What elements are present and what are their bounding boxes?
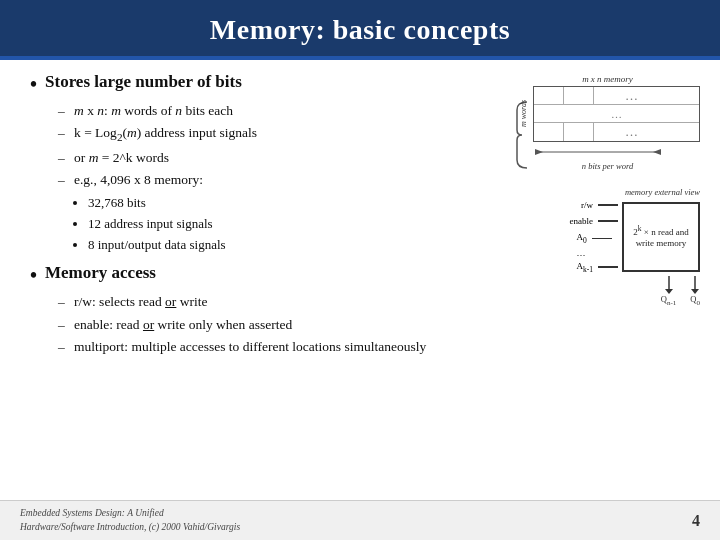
dash-1: – [58,100,68,122]
ak1-line [598,266,618,268]
a0-row: A0 [577,232,619,245]
arrow-down-q0 [691,276,699,294]
sub-item-1-3: – or m = 2^k words [58,147,470,169]
dash-5: – [58,291,68,313]
dash-2: – [58,122,68,144]
bullet-main-1: • Stores large number of bits [30,72,470,96]
a0-line [592,238,612,240]
enable-label: enable [570,216,593,226]
bullet-section-1: • Stores large number of bits – m x n: m… [30,72,470,255]
mem-ext-diagram: r/w enable A0 [480,200,700,274]
sub-content-1-1: m x n: m words of n bits each [74,100,470,122]
nested-item-3: 8 input/output data signals [88,235,470,256]
sub-content-1-3: or m = 2^k words [74,147,470,169]
bullet-label-2: Memory access [45,263,156,283]
dash-4: – [58,169,68,191]
enable-line [598,220,618,222]
bullet-section-2: • Memory access – r/w: selects read or w… [30,263,470,358]
dash-3: – [58,147,68,169]
outputs-area: Qn-1 Q0 [480,276,700,307]
ak1-row: Ak-1 [577,261,619,274]
sub-items-1: – m x n: m words of n bits each – k = Lo… [30,100,470,255]
mem-box: 2k × n read and write memory [622,202,700,272]
right-column: m x n memory m words … [480,72,700,484]
mem-ext-title: memory external view [480,187,700,197]
mem-ext-inputs-labels: r/w enable A0 [570,200,618,274]
page-title: Memory: basic concepts [30,14,690,46]
q0-label: Q0 [690,294,700,307]
address-labels: A0 … Ak-1 [577,232,619,274]
sub-item-2-2: – enable: read or write only when assert… [58,314,470,336]
citation: Embedded Systems Design: A Unified Hardw… [20,507,240,534]
bullet-dot-2: • [30,263,37,287]
page-number: 4 [692,512,700,530]
bullet-label-1: Stores large number of bits [45,72,242,92]
adots-label: … [577,248,586,258]
mem-array-grid: … … … [533,86,700,142]
dash-6: – [58,314,68,336]
ak1-label: Ak-1 [577,261,594,274]
rw-label: r/w [581,200,593,210]
citation-line2: Hardware/Software Introduction, (c) 2000… [20,522,240,532]
sub-item-2-1: – r/w: selects read or write [58,291,470,313]
bullet-main-2: • Memory access [30,263,470,287]
qn1-label: Qn-1 [661,294,677,307]
adots-row: … [577,248,619,258]
mem-array-container: m x n memory m words … [515,74,700,171]
output-q-n1: Qn-1 [661,276,677,307]
mem-array-label: m x n memory [515,74,700,84]
n-bits-label: n bits per word [515,161,700,171]
m-words-label: m words [519,100,528,127]
sub-item-1-2: – k = Log2(m) address input signals [58,122,470,146]
n-bits-row [533,145,700,159]
dash-7: – [58,336,68,358]
rw-line [598,204,618,206]
mem-box-text: 2k × n read and write memory [624,224,698,250]
enable-row: enable [570,216,618,226]
bullet-dot-1: • [30,72,37,96]
nested-item-2: 12 address input signals [88,214,470,235]
rw-row: r/w [581,200,618,210]
output-q0: Q0 [690,276,700,307]
n-bits-arrows [533,145,663,159]
svg-marker-1 [535,149,543,155]
a0-label: A0 [577,232,587,245]
citation-line1: Embedded Systems Design: A Unified [20,508,164,518]
sub-content-2-2: enable: read or write only when asserted [74,314,470,336]
sub-items-2: – r/w: selects read or write – enable: r… [30,291,470,358]
arrow-down-qn1 [665,276,673,294]
title-area: Memory: basic concepts [0,0,720,56]
left-column: • Stores large number of bits – m x n: m… [30,72,470,484]
sub-item-1-1: – m x n: m words of n bits each [58,100,470,122]
sub-content-2-3: multiport: multiple accesses to differen… [74,336,470,358]
main-content: • Stores large number of bits – m x n: m… [0,60,720,492]
nested-item-1: 32,768 bits [88,193,470,214]
svg-marker-2 [653,149,661,155]
sub-item-2-3: – multiport: multiple accesses to differ… [58,336,470,358]
nested-bullets-1: 32,768 bits 12 address input signals 8 i… [58,193,470,255]
mem-ext-section: memory external view r/w enable [480,187,700,306]
sub-content-1-2: k = Log2(m) address input signals [74,122,470,146]
sub-item-1-4: – e.g., 4,096 x 8 memory: [58,169,470,191]
bottom-bar: Embedded Systems Design: A Unified Hardw… [0,500,720,540]
sub-content-1-4: e.g., 4,096 x 8 memory: [74,169,470,191]
sub-content-2-1: r/w: selects read or write [74,291,470,313]
